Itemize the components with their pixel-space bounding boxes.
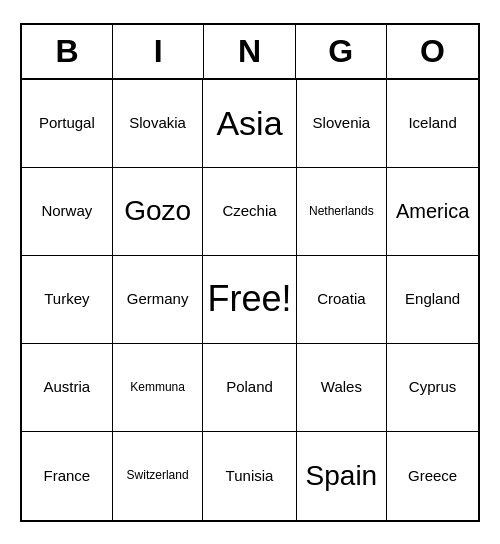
cell-text: England	[405, 290, 460, 308]
bingo-cell: France	[22, 432, 113, 520]
cell-text: Germany	[127, 290, 189, 308]
cell-text: Asia	[216, 103, 282, 144]
cell-text: Iceland	[408, 114, 456, 132]
bingo-cell: Cyprus	[387, 344, 478, 432]
bingo-cell: Greece	[387, 432, 478, 520]
cell-text: Wales	[321, 378, 362, 396]
bingo-cell: Germany	[113, 256, 204, 344]
bingo-cell: Spain	[297, 432, 388, 520]
bingo-cell: England	[387, 256, 478, 344]
bingo-cell: Turkey	[22, 256, 113, 344]
header-letter: I	[113, 25, 204, 78]
bingo-cell: Asia	[203, 80, 296, 168]
bingo-cell: Free!	[203, 256, 296, 344]
bingo-cell: Slovakia	[113, 80, 204, 168]
header-letter: G	[296, 25, 387, 78]
bingo-cell: Gozo	[113, 168, 204, 256]
cell-text: Cyprus	[409, 378, 457, 396]
cell-text: America	[396, 199, 469, 223]
header-letter: O	[387, 25, 478, 78]
cell-text: Tunisia	[226, 467, 274, 485]
cell-text: Gozo	[124, 194, 191, 228]
bingo-cell: Switzerland	[113, 432, 204, 520]
bingo-header: BINGO	[22, 25, 478, 80]
bingo-cell: Slovenia	[297, 80, 388, 168]
cell-text: Poland	[226, 378, 273, 396]
bingo-cell: America	[387, 168, 478, 256]
cell-text: Slovenia	[313, 114, 371, 132]
bingo-cell: Wales	[297, 344, 388, 432]
header-letter: N	[204, 25, 295, 78]
cell-text: France	[44, 467, 91, 485]
bingo-cell: Kemmuna	[113, 344, 204, 432]
cell-text: Austria	[44, 378, 91, 396]
bingo-cell: Poland	[203, 344, 296, 432]
cell-text: Free!	[207, 277, 291, 320]
cell-text: Portugal	[39, 114, 95, 132]
cell-text: Spain	[306, 459, 378, 493]
bingo-cell: Tunisia	[203, 432, 296, 520]
bingo-cell: Croatia	[297, 256, 388, 344]
cell-text: Switzerland	[127, 468, 189, 482]
cell-text: Greece	[408, 467, 457, 485]
bingo-cell: Portugal	[22, 80, 113, 168]
cell-text: Croatia	[317, 290, 365, 308]
bingo-cell: Austria	[22, 344, 113, 432]
cell-text: Kemmuna	[130, 380, 185, 394]
bingo-cell: Iceland	[387, 80, 478, 168]
bingo-grid: PortugalSlovakiaAsiaSloveniaIcelandNorwa…	[22, 80, 478, 520]
cell-text: Norway	[41, 202, 92, 220]
bingo-cell: Netherlands	[297, 168, 388, 256]
header-letter: B	[22, 25, 113, 78]
bingo-cell: Czechia	[203, 168, 296, 256]
cell-text: Netherlands	[309, 204, 374, 218]
bingo-cell: Norway	[22, 168, 113, 256]
cell-text: Turkey	[44, 290, 89, 308]
cell-text: Slovakia	[129, 114, 186, 132]
bingo-card: BINGO PortugalSlovakiaAsiaSloveniaIcelan…	[20, 23, 480, 522]
cell-text: Czechia	[222, 202, 276, 220]
